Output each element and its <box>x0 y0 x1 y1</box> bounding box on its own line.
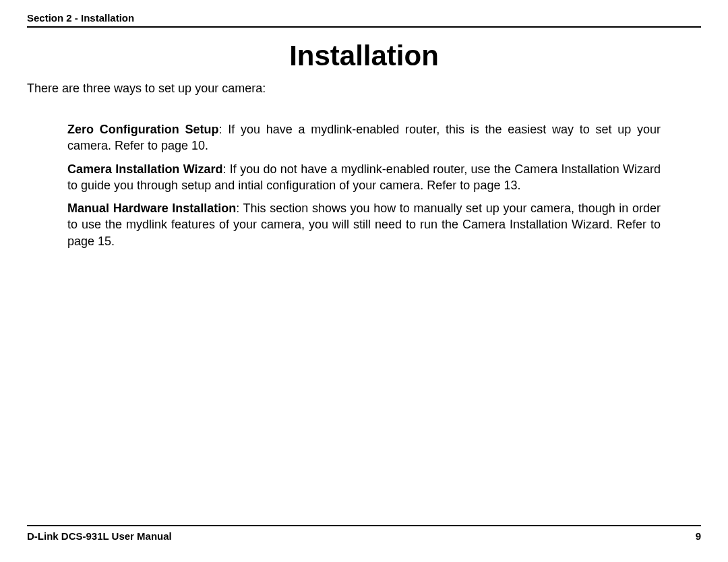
manual-page: Section 2 - Installation Installation Th… <box>0 0 728 562</box>
intro-text: There are three ways to set up your came… <box>27 82 701 96</box>
method-wizard: Camera Installation Wizard: If you do no… <box>67 161 661 194</box>
method-manual: Manual Hardware Installation: This secti… <box>67 200 661 249</box>
method-lead: Camera Installation Wizard <box>67 162 223 176</box>
page-footer: D-Link DCS-931L User Manual 9 <box>27 525 701 542</box>
section-header: Section 2 - Installation <box>27 12 701 28</box>
method-lead: Manual Hardware Installation <box>67 201 236 215</box>
footer-page-number: 9 <box>696 530 701 542</box>
footer-manual-label: D-Link DCS-931L User Manual <box>27 530 172 542</box>
method-zero-config: Zero Configuration Setup: If you have a … <box>67 121 661 154</box>
method-lead: Zero Configuration Setup <box>67 123 218 136</box>
methods-block: Zero Configuration Setup: If you have a … <box>27 121 701 249</box>
page-title: Installation <box>27 40 701 72</box>
